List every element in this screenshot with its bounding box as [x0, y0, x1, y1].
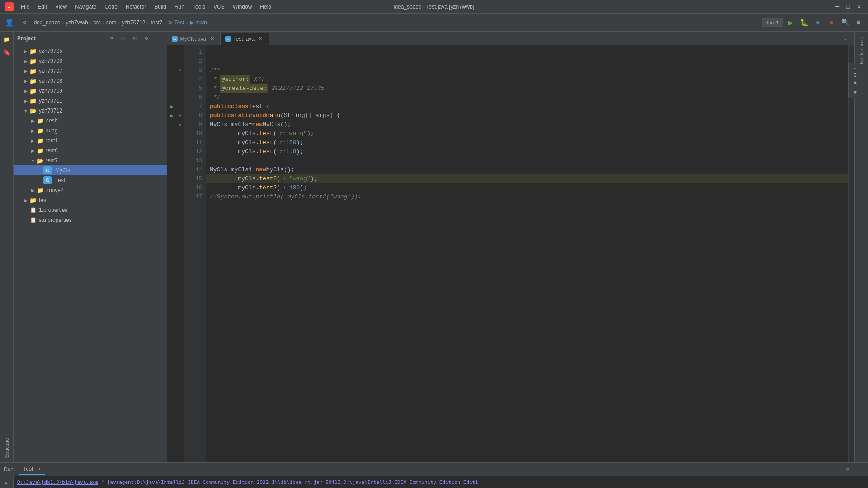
tree-item-yzh70706[interactable]: ▶ 📁 yzh70706 [14, 56, 167, 66]
tree-item-yzh70709[interactable]: ▶ 📁 yzh70709 [14, 86, 167, 96]
code-line-16: myCls.test2( t: 180); [206, 183, 848, 192]
tree-item-test[interactable]: C Test [14, 175, 167, 185]
menu-view[interactable]: View [52, 3, 71, 11]
folder-icon-test7: 📂 [36, 156, 44, 164]
debug-button[interactable]: 🐛 [798, 17, 810, 28]
sidebar-structure-icon[interactable]: Structure [1, 434, 13, 462]
tree-item-yzh70705[interactable]: ▶ 📁 yzh70705 [14, 46, 167, 56]
expand-warnings-down[interactable]: ▼ [850, 88, 855, 98]
run-command: D:\Java\jdk1.8\bin\java.exe "-javaagent:… [17, 478, 864, 487]
project-collapse-button[interactable]: ⊟ [118, 33, 128, 43]
code-line-15: myCls.test2( t: "wang"); [206, 174, 848, 183]
tree-label-zuoye2: zuoye2 [46, 187, 64, 193]
profile-button[interactable]: 👤 [4, 17, 15, 28]
fold-gutter: ▼ ▼ ◆ [176, 45, 184, 462]
search-button[interactable]: 🔍 [839, 17, 851, 28]
window-title: idea_space - Test.java [yzh7wwb] [394, 4, 475, 10]
back-button[interactable]: ◁ [18, 17, 30, 28]
tree-item-ceshi[interactable]: ▶ 📁 ceshi [14, 116, 167, 126]
app-logo: I [5, 2, 14, 11]
tree-label-ceshi: ceshi [46, 117, 59, 124]
code-line-2 [206, 57, 848, 66]
tree-item-test6[interactable]: ▶ 📁 test6 [14, 145, 167, 155]
project-settings-button[interactable]: ⚙ [142, 33, 151, 43]
tree-label-yzh70707: yzh70707 [39, 68, 62, 74]
tree-item-yzh70708[interactable]: ▶ 📁 yzh70708 [14, 76, 167, 86]
menu-vcs[interactable]: VCS [210, 3, 228, 11]
menu-run[interactable]: Run [171, 3, 188, 11]
run-tab-test[interactable]: Test ✕ [19, 464, 45, 475]
coverage-button[interactable]: ◈ [812, 17, 824, 28]
tab-mycls[interactable]: C MyCls.java ✕ [167, 33, 221, 45]
breadcrumb-com[interactable]: com [106, 19, 117, 26]
menu-refactor[interactable]: Refactor [122, 3, 150, 11]
menu-help[interactable]: Help [256, 3, 275, 11]
tree-item-yzh70707[interactable]: ▶ 📁 yzh70707 [14, 66, 167, 76]
tree-item-zuoye2[interactable]: ▶ 📁 zuoye2 [14, 185, 167, 195]
menu-file[interactable]: File [17, 3, 33, 11]
run-tab-close[interactable]: ✕ [37, 466, 41, 472]
tab-settings-button[interactable]: ⋮ [841, 35, 851, 45]
menu-window[interactable]: Window [229, 3, 256, 11]
expand-warnings-up[interactable]: ▲ [850, 78, 855, 88]
settings-button[interactable]: ⚙ [853, 17, 864, 28]
tree-item-1properties[interactable]: 📋 1.properties [14, 205, 167, 215]
breadcrumb-test7[interactable]: test7 [151, 19, 162, 26]
menu-navigate[interactable]: Navigate [71, 3, 100, 11]
run-panel-right: ⚙ ─ [843, 465, 864, 474]
run-panel-settings[interactable]: ⚙ [843, 465, 853, 474]
left-sidebar: 📁 🔖 Structure [0, 32, 14, 462]
notifications-label[interactable]: Notifications [856, 33, 867, 68]
folder-icon-ceshi: 📁 [36, 117, 44, 125]
code-content[interactable]: /** * @author: XYT * @create-date: 2022/… [206, 45, 848, 462]
tree-label-yzh70709: yzh70709 [39, 88, 62, 94]
tree-item-stu-properties[interactable]: 📋 stu.properties [14, 215, 167, 225]
breadcrumb-yzh70712[interactable]: yzh70712 [122, 19, 145, 26]
tree-item-test7[interactable]: ▼ 📂 test7 [14, 155, 167, 165]
menu-tools[interactable]: Tools [189, 3, 209, 11]
tab-close-mycls[interactable]: ✕ [208, 35, 216, 42]
fold-btn-8[interactable]: ▼ [176, 111, 184, 120]
menu-code[interactable]: Code [101, 3, 121, 11]
run-main-button[interactable]: ▶ [167, 102, 176, 111]
project-close-button[interactable]: ─ [153, 33, 163, 43]
menu-build[interactable]: Build [151, 3, 170, 11]
editor-area: C MyCls.java ✕ C Test.java ✕ ⋮ [167, 32, 854, 462]
fold-btn-3[interactable]: ▼ [176, 66, 184, 75]
tree-item-luing[interactable]: ▶ 📁 luing [14, 126, 167, 136]
tree-item-test1[interactable]: ▶ 📁 test1 [14, 136, 167, 145]
tab-close-test[interactable]: ✕ [257, 35, 264, 42]
run-class-button[interactable]: ▶ [167, 111, 176, 120]
java-exe-link[interactable]: D:\Java\jdk1.8\bin\java.exe [17, 479, 98, 485]
sidebar-project-icon[interactable]: 📁 [1, 33, 13, 45]
close-button[interactable]: ✕ [854, 2, 863, 11]
title-bar: I File Edit View Navigate Code Refactor … [0, 0, 868, 14]
tree-label-luing: luing [46, 127, 57, 134]
stop-button[interactable]: ■ [826, 17, 837, 28]
breadcrumb-yzh7wwb[interactable]: yzh7wwb [66, 19, 88, 26]
run-rerun-button[interactable]: ▶ [2, 478, 12, 488]
folder-icon-luing: 📁 [36, 127, 44, 135]
run-config-selector[interactable]: Test ▾ [762, 18, 783, 27]
project-locate-button[interactable]: ⊕ [106, 33, 116, 43]
breadcrumb-idea-space[interactable]: idea_space [33, 19, 60, 26]
breadcrumb-main-method[interactable]: ▶ main [190, 19, 207, 26]
menu-edit[interactable]: Edit [34, 3, 51, 11]
tree-item-yzh70712[interactable]: ▼ 📂 yzh70712 [14, 106, 167, 116]
minimize-button[interactable]: ─ [833, 2, 842, 11]
titlebar-left: I File Edit View Navigate Code Refactor … [5, 2, 275, 11]
tree-item-mycls[interactable]: C MyCls [14, 165, 167, 175]
folder-icon-yzh70709: 📁 [29, 87, 37, 95]
run-panel-minimize[interactable]: ─ [854, 465, 864, 474]
project-expand-button[interactable]: ⊞ [130, 33, 140, 43]
breadcrumb-src[interactable]: src [94, 19, 101, 26]
breadcrumb-test-class[interactable]: ⚙ Test [168, 19, 184, 26]
maximize-button[interactable]: □ [844, 2, 853, 11]
bookmark-btn-8[interactable]: ◆ [176, 120, 184, 129]
tab-test[interactable]: C Test.java ✕ [221, 33, 269, 45]
tree-item-test-folder[interactable]: ▶ 📁 test [14, 195, 167, 205]
scroll-indicators [848, 45, 854, 462]
sidebar-bookmarks-icon[interactable]: 🔖 [1, 46, 13, 58]
run-button[interactable]: ▶ [785, 17, 797, 28]
tree-item-yzh70711[interactable]: ▶ 📁 yzh70711 [14, 96, 167, 106]
